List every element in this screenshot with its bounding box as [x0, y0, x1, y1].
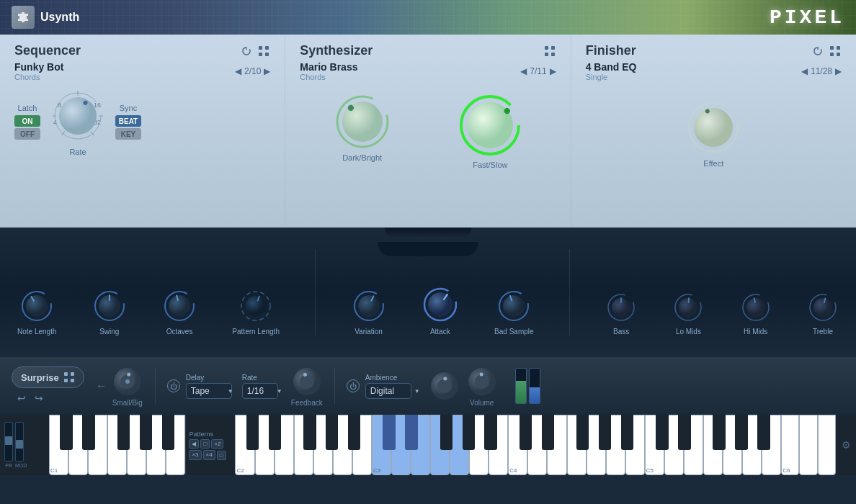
- finisher-power-btn[interactable]: [811, 45, 824, 58]
- hi-mids-container[interactable]: Hi Mids: [740, 292, 772, 336]
- rate-knob[interactable]: 8 16 4 32: [49, 87, 107, 145]
- pattern-length-knob[interactable]: [238, 289, 273, 323]
- sequencer-prev[interactable]: ◀: [235, 66, 241, 76]
- variation-container[interactable]: Variation: [352, 289, 386, 336]
- delay-rate-label: Rate: [242, 374, 285, 382]
- key-gs1[interactable]: [140, 415, 152, 450]
- pattern-btn-x3[interactable]: ×3: [189, 450, 201, 460]
- pattern-btn-copy[interactable]: □: [200, 439, 210, 449]
- key-ds2[interactable]: [269, 415, 281, 450]
- attack-container[interactable]: Attack: [422, 286, 459, 336]
- redo-button[interactable]: ↪: [32, 391, 46, 405]
- sequencer-next[interactable]: ▶: [264, 66, 270, 76]
- key-ds4[interactable]: [542, 415, 554, 450]
- delay-rate-select[interactable]: 1/16 1/8 1/4: [242, 383, 278, 399]
- key-cs5[interactable]: [656, 415, 668, 450]
- svg-rect-20: [545, 53, 548, 56]
- key-fs4[interactable]: [576, 415, 589, 450]
- bad-sample-knob[interactable]: [496, 289, 531, 323]
- synth-grid-btn[interactable]: [543, 45, 556, 58]
- pattern-btn-prev[interactable]: ◀: [189, 439, 199, 449]
- key-gs5[interactable]: [735, 415, 747, 450]
- key-cs1[interactable]: [60, 415, 72, 450]
- key-d6[interactable]: [799, 415, 817, 475]
- pattern-btn-copy2[interactable]: □: [217, 451, 226, 460]
- variation-knob[interactable]: [352, 289, 386, 323]
- key-fs2[interactable]: [303, 415, 316, 450]
- pattern-btn-x2[interactable]: ×2: [211, 439, 223, 449]
- latch-on-btn[interactable]: ON: [14, 115, 40, 127]
- key-gs3[interactable]: [463, 415, 475, 450]
- key-e6[interactable]: [818, 415, 836, 475]
- latch-off-btn[interactable]: OFF: [14, 128, 40, 140]
- logo: Usynth: [12, 6, 79, 29]
- rate-knob-container: 8 16 4 32: [49, 87, 107, 156]
- pattern-btn-x4[interactable]: ×4: [203, 450, 215, 460]
- finisher-next[interactable]: ▶: [835, 66, 842, 76]
- pb-slider[interactable]: [4, 422, 13, 462]
- key-cs2[interactable]: [246, 415, 259, 450]
- key-cs4[interactable]: [520, 415, 532, 450]
- undo-button[interactable]: ↩: [14, 391, 29, 405]
- key-fs1[interactable]: [117, 415, 130, 450]
- small-big-knob[interactable]: [112, 366, 143, 397]
- finisher-prev[interactable]: ◀: [801, 66, 808, 76]
- key-as3[interactable]: [484, 415, 496, 450]
- keyboard-settings-btn[interactable]: ⚙: [842, 439, 851, 451]
- swing-container[interactable]: Swing: [92, 289, 127, 336]
- key-as4[interactable]: [621, 415, 633, 450]
- sync-beat-btn[interactable]: BEAT: [115, 115, 141, 127]
- bass-container[interactable]: Bass: [605, 292, 637, 336]
- key-fs3[interactable]: [440, 415, 452, 450]
- treble-container[interactable]: Treble: [807, 292, 839, 336]
- ambience-type-area: Ambience Digital Analog Hall: [365, 374, 423, 399]
- patterns-label: Patterns: [189, 431, 232, 438]
- key-fs5[interactable]: [713, 415, 725, 450]
- swing-knob[interactable]: [92, 289, 127, 323]
- key-gs2[interactable]: [326, 415, 338, 450]
- surprise-button[interactable]: Surprise: [12, 366, 84, 388]
- delay-type-select[interactable]: Tape Digital Analog: [186, 383, 232, 399]
- attack-knob[interactable]: [422, 286, 459, 323]
- delay-power-btn[interactable]: ⏻: [167, 379, 180, 392]
- key-ds5[interactable]: [678, 415, 690, 450]
- fast-slow-knob[interactable]: [458, 93, 522, 158]
- key-as2[interactable]: [348, 415, 360, 450]
- ambience-power-btn[interactable]: ⏻: [347, 379, 360, 392]
- sync-key-btn[interactable]: KEY: [115, 128, 141, 140]
- ambience-type-select[interactable]: Digital Analog Hall: [365, 383, 411, 399]
- effect-knob[interactable]: [685, 99, 742, 156]
- lo-mids-knob[interactable]: [672, 292, 704, 323]
- synth-next[interactable]: ▶: [550, 66, 556, 76]
- mod-slider[interactable]: [15, 422, 24, 462]
- treble-knob[interactable]: [807, 292, 839, 323]
- note-length-container[interactable]: Note Length: [17, 289, 57, 336]
- lo-mids-container[interactable]: Lo Mids: [672, 292, 704, 336]
- sequencer-power-btn[interactable]: [240, 45, 253, 58]
- key-cs3[interactable]: [383, 415, 395, 450]
- sequencer-grid-btn[interactable]: [257, 45, 270, 58]
- dark-bright-knob[interactable]: [334, 93, 391, 150]
- key-ds3[interactable]: [405, 415, 417, 450]
- octaves-container[interactable]: Octaves: [162, 289, 197, 336]
- sequencer-icons: [240, 45, 270, 58]
- finisher-position: 11/28: [811, 66, 832, 76]
- volume-knob[interactable]: [466, 366, 498, 397]
- hi-mids-knob[interactable]: [740, 292, 772, 323]
- key-gs4[interactable]: [599, 415, 611, 450]
- key-ds1[interactable]: [82, 415, 94, 450]
- note-length-knob[interactable]: [19, 289, 54, 323]
- synth-prev[interactable]: ◀: [520, 66, 527, 76]
- key-c6[interactable]: [781, 415, 799, 475]
- bad-sample-container[interactable]: Bad Sample: [494, 289, 533, 336]
- finisher-grid-btn[interactable]: [829, 45, 842, 58]
- octaves-knob[interactable]: [162, 289, 197, 323]
- latch-label: Latch: [18, 104, 37, 112]
- key-as5[interactable]: [757, 415, 770, 450]
- swing-label: Swing: [99, 328, 119, 336]
- feedback-knob[interactable]: [291, 366, 323, 397]
- key-as1[interactable]: [162, 415, 174, 450]
- bass-knob[interactable]: [605, 292, 637, 323]
- ambience-main-knob[interactable]: [429, 370, 460, 402]
- pattern-length-container[interactable]: Pattern Length: [232, 289, 280, 336]
